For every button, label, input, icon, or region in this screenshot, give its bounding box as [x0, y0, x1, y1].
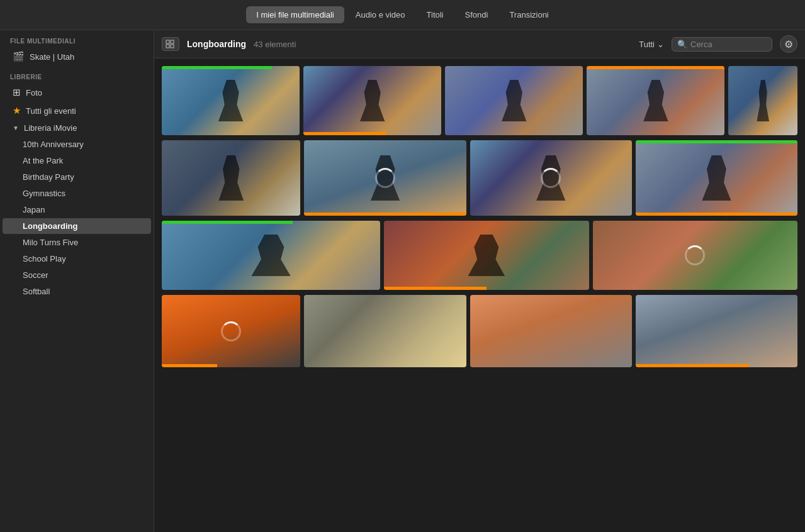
grid-view-button[interactable] — [162, 37, 179, 51]
browser-count: 43 elementi — [254, 40, 296, 49]
grid-view-icon — [166, 40, 176, 48]
film-icon: 🎬 — [13, 51, 25, 62]
sidebar-item-milo[interactable]: Milo Turns Five — [3, 235, 151, 250]
sidebar-item-label: Tutti gli eventi — [26, 106, 76, 116]
sidebar-item-label: Milo Turns Five — [23, 238, 78, 247]
top-toolbar: I miei file multimediali Audio e video T… — [0, 0, 805, 30]
sidebar-item-label: Libreria iMovie — [24, 123, 77, 133]
video-thumb[interactable] — [162, 66, 300, 135]
chevron-down-icon: ⌄ — [657, 40, 664, 49]
video-thumb[interactable] — [470, 140, 632, 216]
svg-rect-0 — [166, 40, 169, 43]
browser-header: Longboarding 43 elementi Tutti ⌄ 🔍 ⚙ — [154, 30, 805, 58]
sidebar-item-label: Skate | Utah — [30, 52, 74, 62]
main-content: FILE MULTIMEDIALI 🎬 Skate | Utah LIBRERI… — [0, 30, 805, 532]
media-grid — [154, 58, 805, 532]
sidebar-item-label: Gymnastics — [23, 189, 65, 198]
sidebar-item-softball[interactable]: Softball — [3, 284, 151, 299]
tab-media[interactable]: I miei file multimediali — [246, 6, 344, 23]
search-box: 🔍 — [672, 37, 772, 52]
sidebar-item-skate[interactable]: 🎬 Skate | Utah — [3, 48, 151, 65]
settings-icon: ⚙ — [784, 38, 793, 50]
sidebar-item-at-park[interactable]: At the Park — [3, 153, 151, 169]
sidebar-item-label: Foto — [26, 88, 42, 97]
video-thumb[interactable] — [445, 66, 583, 135]
sidebar-item-label: Softball — [23, 287, 50, 296]
video-thumb[interactable] — [593, 221, 797, 290]
video-thumb[interactable] — [384, 221, 588, 290]
video-row-4 — [162, 295, 797, 367]
sidebar-item-longboarding[interactable]: Longboarding — [3, 218, 151, 234]
tab-audio[interactable]: Audio e video — [346, 6, 415, 23]
sidebar-item-all-events[interactable]: ★ Tutti gli eventi — [3, 102, 151, 119]
video-thumb[interactable] — [728, 66, 797, 135]
sidebar-item-japan[interactable]: Japan — [3, 202, 151, 218]
right-panel: Longboarding 43 elementi Tutti ⌄ 🔍 ⚙ — [154, 30, 805, 532]
video-row-2 — [162, 140, 797, 216]
sidebar-item-10th[interactable]: 10th Anniversary — [3, 136, 151, 152]
sidebar-item-soccer[interactable]: Soccer — [3, 267, 151, 283]
browser-title: Longboarding — [187, 39, 246, 49]
star-icon: ★ — [13, 105, 21, 116]
video-thumb[interactable] — [304, 140, 466, 216]
video-thumb[interactable] — [304, 295, 466, 367]
section-header-media: FILE MULTIMEDIALI — [0, 30, 154, 47]
svg-rect-1 — [171, 40, 174, 43]
sidebar-item-label: At the Park — [23, 156, 63, 165]
video-thumb[interactable] — [303, 66, 441, 135]
sidebar-item-label: Soccer — [23, 270, 48, 280]
sidebar-item-foto[interactable]: ⊞ Foto — [3, 84, 151, 101]
video-thumb[interactable] — [162, 295, 300, 367]
video-thumb[interactable] — [587, 66, 724, 135]
sidebar-item-birthday[interactable]: Birthday Party — [3, 169, 151, 185]
sidebar-item-gymnastics[interactable]: Gymnastics — [3, 186, 151, 201]
sidebar-item-label: Japan — [23, 205, 45, 214]
search-icon: 🔍 — [677, 40, 687, 49]
sidebar-item-label: Birthday Party — [23, 172, 74, 182]
sidebar-item-label: Longboarding — [23, 221, 77, 231]
filter-select[interactable]: Tutti ⌄ — [639, 40, 664, 49]
sidebar-item-school-play[interactable]: School Play — [3, 251, 151, 267]
video-thumb[interactable] — [636, 295, 797, 367]
video-thumb[interactable] — [470, 295, 632, 367]
svg-rect-3 — [171, 45, 174, 48]
sidebar-item-label: 10th Anniversary — [23, 140, 84, 149]
video-thumb[interactable] — [162, 140, 300, 216]
video-thumb[interactable] — [162, 221, 380, 290]
sidebar-item-label: School Play — [23, 254, 66, 263]
video-thumb[interactable] — [636, 140, 797, 216]
svg-rect-2 — [166, 45, 169, 48]
section-header-libraries: LIBRERIE — [0, 66, 154, 83]
sidebar: FILE MULTIMEDIALI 🎬 Skate | Utah LIBRERI… — [0, 30, 154, 532]
tab-transitions[interactable]: Transizioni — [499, 6, 558, 23]
settings-button[interactable]: ⚙ — [780, 35, 797, 53]
video-row-1 — [162, 66, 797, 135]
search-input[interactable] — [690, 40, 767, 49]
grid-icon: ⊞ — [13, 87, 21, 98]
sidebar-item-imovie-lib[interactable]: ▼ Libreria iMovie — [3, 120, 151, 136]
filter-label: Tutti — [639, 40, 655, 49]
triangle-icon: ▼ — [13, 125, 19, 131]
video-row-3 — [162, 221, 797, 290]
tab-titles[interactable]: Titoli — [417, 6, 454, 23]
tab-backgrounds[interactable]: Sfondi — [455, 6, 498, 23]
